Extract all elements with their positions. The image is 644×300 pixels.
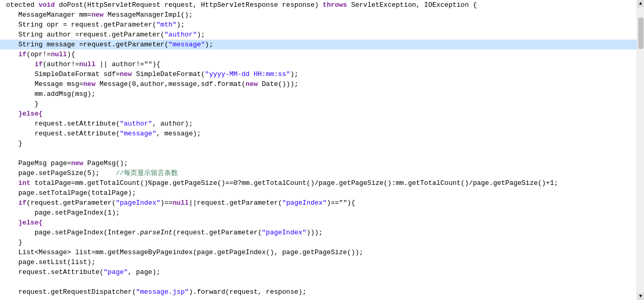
token-plain bbox=[2, 51, 18, 58]
token-str: "message" bbox=[169, 41, 205, 48]
code-line: PageMsg page=new PageMsg(); bbox=[0, 158, 637, 168]
token-plain: SimpleDateFormat( bbox=[132, 70, 205, 78]
token-plain: } bbox=[2, 239, 22, 246]
token-kw: if bbox=[18, 199, 27, 207]
code-line: request.setAttribute("author", author); bbox=[0, 119, 637, 129]
token-plain: } bbox=[2, 100, 38, 108]
token-plain: page.setPageIndex(Integer. bbox=[2, 229, 140, 236]
token-plain: ){ bbox=[67, 51, 75, 58]
token-str: "yyyy-MM-dd HH:mm:ss" bbox=[205, 70, 290, 78]
token-str: "author" bbox=[164, 31, 197, 39]
token-plain: page.setList(list); bbox=[2, 258, 95, 266]
token-plain: || author!=""){ bbox=[95, 60, 160, 68]
token-plain: request.getRequestDispatcher( bbox=[2, 288, 136, 296]
scroll-up-arrow[interactable]: ▲ bbox=[637, 0, 645, 7]
token-plain: mm.addMsg(msg); bbox=[2, 90, 95, 98]
token-plain: PageMsg(); bbox=[83, 159, 128, 167]
token-comment: //每页显示留言条数 bbox=[115, 169, 178, 177]
token-plain: page.setPageSize(5); bbox=[2, 169, 115, 177]
scroll-down-arrow[interactable]: ▼ bbox=[637, 293, 645, 300]
token-plain: MessageManager mm= bbox=[2, 11, 92, 19]
code-line: request.setAttribute("page", page); bbox=[0, 267, 637, 277]
code-line: request.getRequestDispatcher("message.js… bbox=[0, 287, 637, 297]
code-line: if(opr!=null){ bbox=[0, 49, 637, 59]
code-line: page.setList(list); bbox=[0, 257, 637, 267]
token-plain: Message msg= bbox=[2, 80, 83, 88]
token-plain: Message(0,author,message,sdf.format( bbox=[95, 80, 246, 88]
code-line: String opr = request.getParameter("mth")… bbox=[0, 20, 637, 30]
token-plain: , author); bbox=[152, 120, 193, 128]
code-line: if(author!=null || author!=""){ bbox=[0, 59, 637, 69]
token-str: "pageIndex" bbox=[282, 199, 327, 207]
code-line bbox=[0, 148, 637, 158]
token-kw: }else{ bbox=[18, 110, 43, 118]
code-line: } bbox=[0, 238, 637, 247]
token-plain: ||request.getParameter( bbox=[189, 199, 282, 207]
token-plain: )== bbox=[160, 199, 172, 207]
token-plain: request.setAttribute( bbox=[2, 130, 120, 138]
token-plain: page.setTotalPage(totalPage); bbox=[2, 189, 136, 197]
token-kw: new bbox=[71, 159, 83, 167]
token-plain bbox=[2, 110, 18, 118]
token-plain: ); bbox=[205, 41, 213, 48]
token-plain: Date())); bbox=[258, 80, 299, 88]
code-line: int totalPage=mm.getTotalCount()%page.ge… bbox=[0, 178, 637, 188]
token-plain: String message =request.getParameter( bbox=[2, 41, 169, 48]
token-plain: doPost(HttpServletRequest request, HttpS… bbox=[55, 1, 323, 9]
code-line: if(request.getParameter("pageIndex")==nu… bbox=[0, 198, 637, 208]
code-line: String message =request.getParameter("me… bbox=[0, 40, 637, 49]
token-plain: totalPage=mm.getTotalCount()%page.getPag… bbox=[31, 179, 558, 187]
code-line: Message msg=new Message(0,author,message… bbox=[0, 79, 637, 89]
token-str: "pageIndex" bbox=[262, 229, 306, 236]
code-line: SimpleDateFormat sdf=new SimpleDateForma… bbox=[0, 69, 637, 79]
token-plain: SimpleDateFormat sdf= bbox=[2, 70, 120, 78]
token-kw: new bbox=[83, 80, 95, 88]
code-line: request.setAttribute("message", message)… bbox=[0, 129, 637, 139]
token-plain bbox=[2, 199, 18, 207]
token-plain: page.setPageIndex(1); bbox=[2, 209, 120, 217]
token-plain: (opr!= bbox=[27, 51, 51, 58]
code-line: String author =request.getParameter("aut… bbox=[0, 30, 637, 40]
token-str: "mth" bbox=[156, 21, 176, 29]
token-plain bbox=[2, 60, 34, 68]
code-line: page.setTotalPage(totalPage); bbox=[0, 188, 637, 198]
token-plain: } bbox=[2, 140, 22, 147]
token-plain: (author!= bbox=[43, 60, 79, 68]
token-kw: }else{ bbox=[18, 219, 43, 227]
token-plain: )==""){ bbox=[327, 199, 355, 207]
token-plain: String opr = request.getParameter( bbox=[2, 21, 156, 29]
token-plain: ))); bbox=[306, 229, 323, 236]
token-str: "page" bbox=[104, 268, 128, 276]
token-kw: null bbox=[173, 199, 189, 207]
token-plain: ).forward(request, response); bbox=[189, 288, 306, 296]
token-plain: MessageManagerImpl(); bbox=[104, 11, 193, 19]
token-plain: otected bbox=[2, 1, 38, 9]
token-str: "pageIndex" bbox=[115, 199, 160, 207]
token-kw: new bbox=[92, 11, 104, 19]
token-kw: int bbox=[2, 179, 31, 187]
code-lines: otected void doPost(HttpServletRequest r… bbox=[0, 0, 637, 297]
token-kw: if bbox=[34, 60, 43, 68]
vertical-scrollbar[interactable]: ▲ ▼ bbox=[637, 0, 644, 300]
token-str: "message.jsp" bbox=[136, 288, 188, 296]
token-kw: if bbox=[18, 51, 27, 58]
code-line: page.setPageIndex(Integer.parseInt(reque… bbox=[0, 228, 637, 238]
token-kw: void bbox=[38, 1, 55, 9]
token-plain: (request.getParameter( bbox=[173, 229, 262, 236]
token-plain: (request.getParameter( bbox=[27, 199, 116, 207]
code-line: }else{ bbox=[0, 109, 637, 119]
token-plain: ); bbox=[176, 21, 185, 29]
token-str: "author" bbox=[120, 120, 152, 128]
token-plain bbox=[2, 219, 18, 227]
code-area[interactable]: otected void doPost(HttpServletRequest r… bbox=[0, 0, 637, 300]
code-line: mm.addMsg(msg); bbox=[0, 89, 637, 99]
token-kw: null bbox=[51, 51, 67, 58]
token-kw: new bbox=[246, 80, 257, 88]
code-line: } bbox=[0, 99, 637, 109]
token-plain: ); bbox=[290, 70, 299, 78]
code-line bbox=[0, 277, 637, 287]
token-str: "message" bbox=[120, 130, 156, 138]
scroll-thumb[interactable] bbox=[638, 18, 643, 49]
token-plain: request.setAttribute( bbox=[2, 268, 104, 276]
editor-container: otected void doPost(HttpServletRequest r… bbox=[0, 0, 644, 300]
